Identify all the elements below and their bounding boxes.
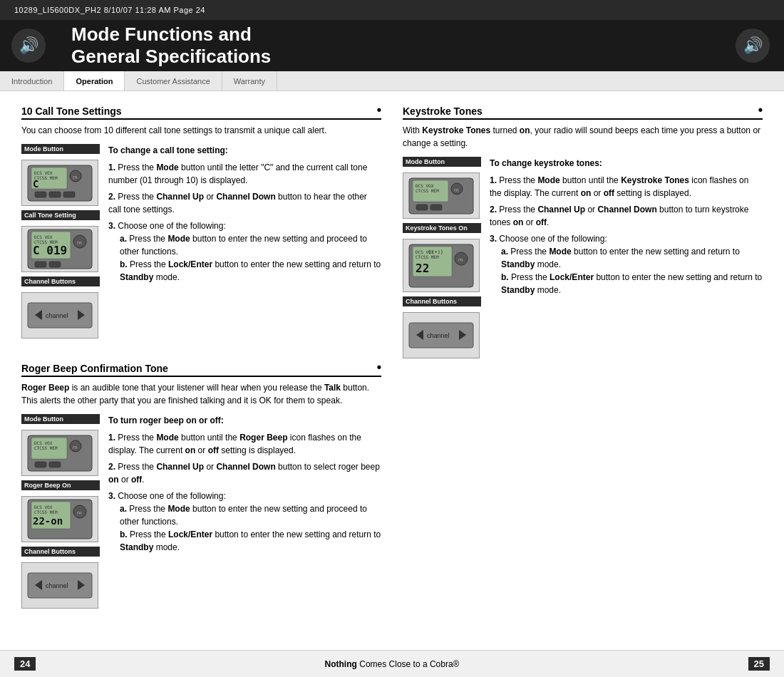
call-tone-step-3: 3. Choose one of the following: a. Press… — [108, 219, 381, 284]
roger-beep-device-images: Mode Button DCS VOX CTCSS MEM m — [21, 414, 100, 609]
svg-text:m: m — [73, 174, 78, 180]
call-tone-setting-label: Call Tone Setting — [21, 210, 100, 220]
keystroke-tones-on-label: Keystroke Tones On — [403, 223, 481, 233]
keystroke-tones-on-image: DCS VOX CTCSS MEM 22 m ((•)) — [403, 239, 480, 292]
call-tone-device-images: Mode Button DCS VOX CTCSS MEM C m — [21, 144, 100, 338]
roger-beep-instructions: Mode Button DCS VOX CTCSS MEM m — [21, 414, 381, 609]
page-number-right: 25 — [748, 657, 770, 671]
call-tone-heading: 10 Call Tone Settings — [21, 105, 381, 120]
svg-text:DCS VOX: DCS VOX — [34, 234, 53, 239]
channel-buttons-label-3: Channel Buttons — [403, 296, 481, 306]
mode-button-image-3: DCS VOX CTCSS MEM m — [403, 172, 480, 219]
roger-beep-step-3a: a. Press the Mode button to enter the ne… — [120, 502, 381, 528]
header-icon-right: 🔊 — [736, 29, 770, 63]
keystroke-step-3: 3. Choose one of the following: a. Press… — [490, 232, 763, 296]
svg-text:CTCSS MEM: CTCSS MEM — [416, 188, 439, 193]
call-tone-step-1: 1. Press the Mode button until the lette… — [108, 161, 381, 187]
svg-text:m: m — [454, 187, 459, 193]
svg-text:channel: channel — [46, 312, 68, 319]
svg-rect-8 — [49, 192, 61, 197]
channel-buttons-image-3: channel — [403, 312, 480, 358]
svg-text:m: m — [77, 239, 82, 246]
roger-beep-heading: Roger Beep Confirmation Tone — [21, 363, 381, 377]
keystroke-subsection-label: To change keystroke tones: — [490, 157, 763, 170]
nav-introduction[interactable]: Introduction — [0, 71, 64, 91]
call-tone-subsection-label: To change a call tone setting: — [108, 144, 381, 157]
mode-button-image-1: DCS VOX CTCSS MEM C m — [21, 160, 98, 206]
keystroke-device-images: Mode Button DCS VOX CTCSS MEM m — [403, 157, 481, 358]
svg-text:CTCSS MEM: CTCSS MEM — [416, 254, 439, 259]
svg-text:channel: channel — [427, 332, 450, 339]
call-tone-desc: You can choose from 10 different call to… — [21, 124, 381, 137]
roger-beep-on-image: DCS VOX CTCSS MEM 22-on m — [21, 496, 98, 542]
svg-text:((•)): ((•)) — [428, 249, 443, 255]
nav-customer-assistance[interactable]: Customer Assistance — [125, 71, 222, 91]
mode-button-label-2: Mode Button — [21, 414, 100, 424]
roger-beep-step-3b: b. Press the Lock/Enter button to enter … — [120, 528, 381, 554]
page-title: Mode Functions and General Specification… — [71, 24, 271, 68]
svg-text:DCS VOX: DCS VOX — [416, 183, 434, 188]
top-bar: 10289_LI5600DX_PH2 8/10/07 11:28 AM Page… — [0, 0, 784, 20]
keystroke-step-3b: b. Press the Lock/Enter button to enter … — [501, 271, 763, 296]
main-content: 10 Call Tone Settings You can choose fro… — [0, 91, 784, 648]
call-tone-step-2: 2. Press the Channel Up or Channel Down … — [108, 190, 381, 216]
svg-text:CTCSS MEM: CTCSS MEM — [34, 510, 58, 515]
svg-text:DCS VOX: DCS VOX — [34, 170, 53, 175]
call-tone-step-3b: b. Press the Lock/Enter button to enter … — [120, 258, 381, 284]
keystroke-tones-instructions: Mode Button DCS VOX CTCSS MEM m — [403, 157, 763, 358]
svg-text:22-on: 22-on — [33, 515, 63, 527]
svg-rect-7 — [35, 192, 46, 197]
mode-button-image-2: DCS VOX CTCSS MEM m — [21, 430, 98, 476]
page-footer: 24 Nothing Comes Close to a Cobra® 25 — [0, 650, 784, 677]
header-icon: 🔊 — [11, 29, 46, 63]
svg-rect-30 — [49, 462, 61, 467]
keystroke-step-2: 2. Press the Channel Up or Channel Down … — [490, 203, 763, 229]
channel-buttons-image-2: channel — [21, 562, 98, 609]
roger-beep-on-label: Roger Beep On — [21, 480, 100, 490]
svg-text:m: m — [77, 510, 82, 516]
call-tone-steps: To change a call tone setting: 1. Press … — [108, 144, 381, 338]
channel-buttons-image-1: channel — [21, 292, 98, 338]
call-tone-setting-image: DCS VOX CTCSS MEM C 019 m — [21, 226, 98, 272]
nav-operation[interactable]: Operation — [64, 71, 125, 91]
nav-warranty[interactable]: Warranty — [222, 71, 277, 91]
svg-text:m: m — [458, 257, 463, 263]
nav-bar: Introduction Operation Customer Assistan… — [0, 71, 784, 91]
svg-rect-17 — [35, 262, 46, 267]
roger-beep-step-2: 2. Press the Channel Up or Channel Down … — [108, 460, 381, 486]
svg-text:DCS VOX: DCS VOX — [34, 440, 53, 445]
channel-buttons-label-2: Channel Buttons — [21, 547, 100, 557]
svg-rect-18 — [49, 262, 61, 267]
call-tone-instructions: Mode Button DCS VOX CTCSS MEM C m — [21, 144, 381, 338]
svg-text:C: C — [33, 178, 38, 190]
svg-rect-48 — [416, 205, 428, 210]
keystroke-tones-steps: To change keystroke tones: 1. Press the … — [490, 157, 763, 358]
svg-rect-29 — [35, 462, 46, 467]
call-tone-section: 10 Call Tone Settings You can choose fro… — [21, 105, 381, 348]
svg-rect-49 — [430, 205, 442, 210]
svg-text:C 019: C 019 — [33, 244, 67, 257]
svg-text:22: 22 — [416, 262, 429, 275]
roger-beep-steps: To turn roger beep on or off: 1. Press t… — [108, 414, 381, 609]
header-title-block: Mode Functions and General Specification… — [57, 18, 285, 73]
channel-buttons-label-1: Channel Buttons — [21, 277, 100, 286]
roger-beep-step-3: 3. Choose one of the following: a. Press… — [108, 490, 381, 554]
file-info: 10289_LI5600DX_PH2 8/10/07 11:28 AM Page… — [14, 6, 205, 14]
svg-text:DCS VOX: DCS VOX — [34, 505, 53, 510]
footer-tagline: Nothing Comes Close to a Cobra® — [325, 659, 460, 669]
svg-text:m: m — [73, 444, 78, 450]
header-icon-block: 🔊 — [0, 20, 57, 71]
page-header: 🔊 Mode Functions and General Specificati… — [0, 20, 784, 71]
left-column: 10 Call Tone Settings You can choose fro… — [21, 105, 381, 634]
keystroke-tones-desc: With Keystroke Tones turned on, your rad… — [403, 124, 763, 150]
keystroke-step-3a: a. Press the Mode button to enter the ne… — [501, 245, 763, 271]
right-column: Keystroke Tones With Keystroke Tones tur… — [403, 105, 763, 634]
keystroke-tones-section: Keystroke Tones With Keystroke Tones tur… — [403, 105, 763, 368]
keystroke-tones-heading: Keystroke Tones — [403, 105, 763, 120]
call-tone-step-3a: a. Press the Mode button to enter the ne… — [120, 232, 381, 258]
page-number-left: 24 — [14, 657, 36, 671]
roger-beep-step-1: 1. Press the Mode button until the Roger… — [108, 431, 381, 457]
svg-text:CTCSS MEM: CTCSS MEM — [34, 445, 58, 450]
mode-button-label-1: Mode Button — [21, 144, 100, 154]
mode-button-label-3: Mode Button — [403, 157, 481, 167]
